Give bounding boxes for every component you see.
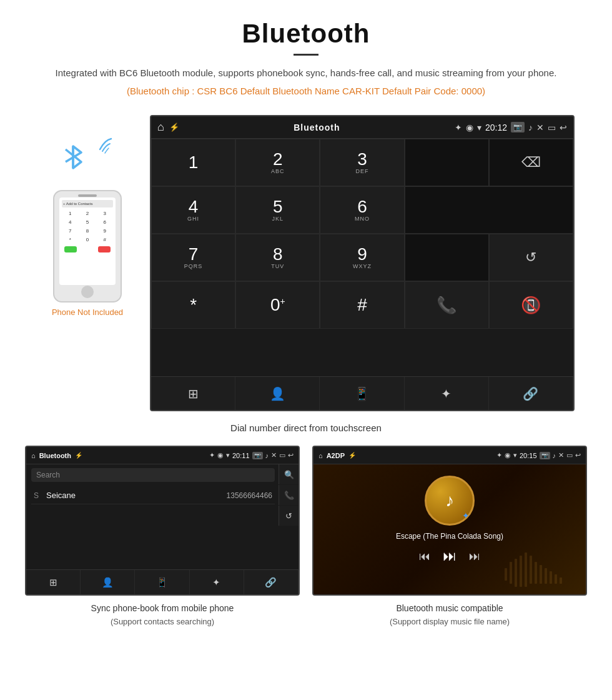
dial-reload[interactable]: ↺: [489, 234, 573, 281]
dial-call-red[interactable]: 📵: [489, 281, 573, 329]
dial-backspace[interactable]: ⌫: [489, 139, 573, 186]
svg-rect-3: [515, 559, 517, 587]
svg-rect-7: [535, 562, 537, 584]
pb-side-phone[interactable]: 📞: [279, 485, 299, 505]
phonebook-block: ⌂ Bluetooth ⚡ ✦ ◉ ▾ 20:11 📷 ♪ ✕ ▭ ↩: [25, 446, 300, 634]
dialpad: 1 2 ABC 3 DEF ⌫ 4 GHI 5 JKL: [151, 139, 573, 376]
music-bt-icon: ✦: [496, 451, 502, 459]
dial-key-hash[interactable]: #: [320, 281, 404, 329]
pb-tb-phone[interactable]: 📱: [135, 570, 189, 594]
phone-speaker: [78, 194, 97, 197]
phonebook-caption: Sync phone-book from mobile phone (Suppo…: [25, 596, 300, 634]
statusbar-app-name: Bluetooth: [294, 122, 340, 132]
music-app-name: A2DP: [327, 452, 345, 459]
phone-visual: + Add to Contacts 123 456 789 *0# Phone …: [37, 115, 137, 317]
dial-key-1[interactable]: 1: [151, 139, 235, 186]
toolbar-grid[interactable]: ⊞: [151, 377, 235, 410]
pb-vol-icon: ♪: [265, 452, 269, 459]
page-title: Bluetooth: [37, 19, 575, 49]
svg-rect-10: [550, 571, 552, 584]
dial-key-3[interactable]: 3 DEF: [320, 139, 404, 186]
toolbar-bluetooth[interactable]: ✦: [405, 377, 489, 410]
statusbar-left: ⌂ ⚡: [157, 121, 179, 134]
back-icon: ↩: [560, 122, 567, 132]
dial-key-4[interactable]: 4 GHI: [151, 186, 235, 234]
dial-key-6[interactable]: 6 MNO: [320, 186, 404, 234]
toolbar-link[interactable]: 🔗: [489, 377, 573, 410]
music-sig-icon: ▾: [513, 451, 517, 459]
pb-sig-icon: ▾: [226, 451, 230, 459]
music-caption: Bluetooth music compatible (Support disp…: [312, 596, 587, 634]
pb-tb-grid[interactable]: ⊞: [26, 570, 81, 594]
pb-search-bar[interactable]: Search: [31, 468, 275, 482]
dial-empty-2: [405, 186, 573, 234]
music-caption-sub: (Support display music file name): [390, 617, 510, 626]
svg-rect-5: [525, 552, 527, 587]
window-icon: ▭: [548, 122, 556, 132]
pb-home-icon: ⌂: [31, 452, 36, 459]
phonebook-caption-text: Sync phone-book from mobile phone: [91, 603, 234, 613]
car-dial-screen: ⌂ ⚡ Bluetooth ✦ ◉ ▾ 20:12 📷 ♪ ✕ ▭ ↩ 1: [150, 115, 575, 411]
phone-mockup: + Add to Contacts 123 456 789 *0#: [53, 190, 122, 302]
dial-call-green[interactable]: 📞: [405, 281, 489, 329]
pb-statusbar: ⌂ Bluetooth ⚡ ✦ ◉ ▾ 20:11 📷 ♪ ✕ ▭ ↩: [26, 447, 299, 464]
dial-display: [405, 139, 489, 186]
pb-tb-bt[interactable]: ✦: [190, 570, 244, 594]
pb-contact-name: Seicane: [46, 491, 227, 500]
pb-side-icons: 🔍 📞 ↺: [279, 464, 299, 569]
pb-tb-contacts[interactable]: 👤: [81, 570, 135, 594]
dial-key-7[interactable]: 7 PQRS: [151, 234, 235, 281]
usb-icon: ⚡: [169, 122, 179, 132]
close-icon: ✕: [536, 122, 544, 132]
music-block: ⌂ A2DP ⚡ ✦ ◉ ▾ 20:15 📷 ♪ ✕ ▭ ↩: [312, 446, 587, 634]
svg-rect-2: [510, 562, 512, 584]
dial-key-9[interactable]: 9 WXYZ: [320, 234, 404, 281]
pb-tb-link[interactable]: 🔗: [244, 570, 299, 594]
home-icon: ⌂: [157, 121, 164, 134]
page-specs: (Bluetooth chip : CSR BC6 Default Blueto…: [37, 86, 575, 96]
phone-screen: + Add to Contacts 123 456 789 *0#: [59, 198, 116, 285]
music-win-icon: ▭: [566, 451, 573, 459]
music-time: 20:15: [520, 452, 537, 459]
dial-empty-3: [405, 234, 489, 281]
pb-back-icon: ↩: [288, 451, 294, 459]
dial-key-star[interactable]: *: [151, 281, 235, 329]
svg-rect-1: [505, 568, 507, 581]
dial-key-5[interactable]: 5 JKL: [235, 186, 320, 234]
pb-x-icon: ✕: [271, 451, 277, 459]
music-album-art: ♪ ✦: [425, 476, 475, 526]
bottom-screens: ⌂ Bluetooth ⚡ ✦ ◉ ▾ 20:11 📷 ♪ ✕ ▭ ↩: [0, 446, 612, 634]
music-vol-icon: ♪: [553, 452, 556, 459]
toolbar-contacts[interactable]: 👤: [235, 377, 320, 410]
music-screen: ⌂ A2DP ⚡ ✦ ◉ ▾ 20:15 📷 ♪ ✕ ▭ ↩: [312, 446, 587, 596]
music-next[interactable]: ⏭: [469, 550, 480, 563]
signal-waves-icon: [94, 134, 116, 156]
bt-status-icon: ✦: [455, 122, 462, 132]
dial-key-8[interactable]: 8 TUV: [235, 234, 320, 281]
pb-side-search[interactable]: 🔍: [279, 464, 299, 484]
music-usb-icon: ⚡: [348, 452, 356, 459]
dial-key-2[interactable]: 2 ABC: [235, 139, 320, 186]
music-loc-icon: ◉: [505, 451, 511, 459]
music-prev[interactable]: ⏮: [419, 550, 430, 563]
music-play-pause[interactable]: ⏭: [443, 548, 457, 564]
music-controls: ⏮ ⏭ ⏭: [419, 548, 480, 564]
svg-rect-12: [560, 578, 562, 584]
phonebook-screen: ⌂ Bluetooth ⚡ ✦ ◉ ▾ 20:11 📷 ♪ ✕ ▭ ↩: [25, 446, 300, 596]
music-statusbar: ⌂ A2DP ⚡ ✦ ◉ ▾ 20:15 📷 ♪ ✕ ▭ ↩: [313, 447, 586, 464]
music-home-icon: ⌂: [318, 452, 323, 459]
music-cam-icon: 📷: [540, 452, 550, 459]
pb-contact-row: S Seicane 13566664466: [31, 487, 275, 504]
svg-rect-9: [545, 568, 547, 584]
pb-content: Search S Seicane 13566664466: [26, 464, 279, 569]
toolbar-phone[interactable]: 📱: [320, 377, 404, 410]
pb-contact-number: 13566664466: [227, 491, 272, 500]
dial-key-0[interactable]: 0+: [235, 281, 320, 329]
pb-app-name: Bluetooth: [39, 452, 71, 459]
pb-contact-letter: S: [34, 491, 46, 500]
pb-loc-icon: ◉: [217, 451, 224, 459]
pb-side-reload[interactable]: ↺: [279, 506, 299, 526]
music-caption-text: Bluetooth music compatible: [396, 603, 503, 613]
pb-time: 20:11: [232, 452, 250, 459]
music-x-icon: ✕: [558, 451, 564, 459]
